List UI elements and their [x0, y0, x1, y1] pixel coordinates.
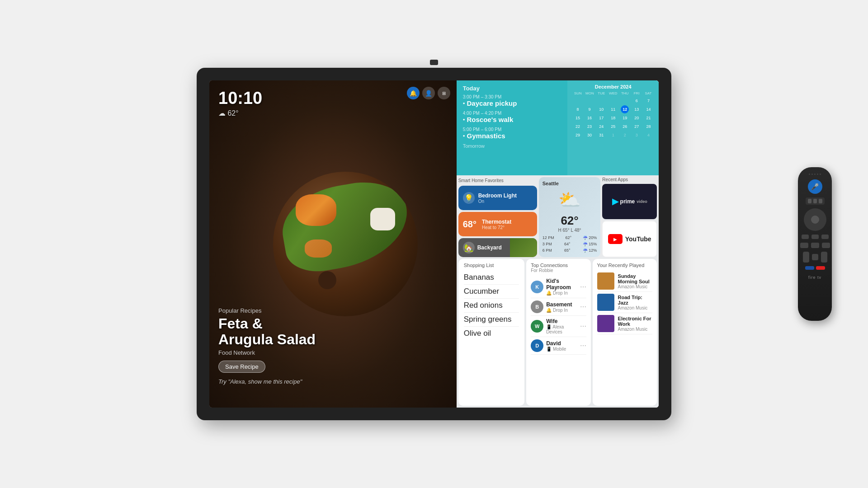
- shopping-item-spring-greens[interactable]: Spring greens: [464, 313, 519, 327]
- remote-select-button[interactable]: [811, 216, 819, 224]
- clock-time: 10:10: [218, 89, 262, 108]
- connection-info-kidsplayroom: Kid's Playroom 🔔 Drop In: [546, 278, 580, 296]
- smart-home-label: Smart Home Favorites: [458, 177, 537, 184]
- calendar-today: 12: [621, 105, 629, 113]
- thermostat-button[interactable]: 68° Thermostat Heat to 72°: [458, 212, 537, 236]
- remote-nav-ring[interactable]: [804, 208, 826, 231]
- remote-rewind-button[interactable]: [800, 243, 808, 248]
- remote-vol-row: [800, 243, 830, 248]
- remote-ff-button[interactable]: [822, 243, 830, 248]
- recipe-hint: Try "Alexa, show me this recipe": [218, 378, 316, 385]
- remote-mic-button[interactable]: 🎤: [808, 179, 822, 194]
- shopping-item-bananas[interactable]: Bananas: [464, 271, 519, 285]
- weather-temperature: 62°: [542, 214, 597, 228]
- recent-apps-panel: Recent Apps ▶ prime video ▶ YouTube: [602, 177, 657, 257]
- connection-david[interactable]: D David 📱 Mobile ⋯: [531, 337, 586, 355]
- connection-avatar-d: D: [531, 339, 543, 352]
- bedroom-light-name: Bedroom Light: [478, 192, 517, 199]
- shopping-item-red-onions[interactable]: Red onions: [464, 299, 519, 313]
- connection-info-wife: Wife 📱 Alexa Devices: [546, 318, 580, 334]
- tv-frame: 10:10 ☁ 62° 🔔 👤 ⊞ Popular Recipes Feta &…: [197, 68, 671, 420]
- played-info-2: Road Trip: Jazz Amazon Music: [618, 295, 652, 310]
- schedule-item-3: 5:00 PM – 6:00 PM ● Gymnastics: [463, 127, 561, 140]
- connections-subtitle: For Robbie: [531, 268, 586, 273]
- connections-title: Top Connections: [531, 263, 586, 268]
- remote-top-buttons: [806, 197, 825, 205]
- connection-avatar-k: K: [531, 281, 543, 293]
- save-recipe-button[interactable]: Save Recipe: [218, 361, 265, 373]
- connection-more-d[interactable]: ⋯: [580, 342, 586, 349]
- schedule-event-1: ● Daycare pickup: [463, 99, 561, 107]
- remote-play-button[interactable]: [811, 243, 819, 248]
- youtube-play-icon: ▶: [608, 234, 623, 244]
- forecast-row-1: 12 PM62°☔ 20%: [542, 235, 597, 241]
- thermostat-name: Thermostat: [482, 219, 511, 225]
- backyard-name: Backyard: [477, 244, 502, 251]
- weather-panel: Seattle ⛅ 62° H 65° L 48° 12 PM62°☔ 20%: [539, 177, 601, 257]
- thermostat-info: Thermostat Heat to 72°: [482, 219, 511, 230]
- played-item-3[interactable]: Electronic For Work Amazon Music: [597, 313, 652, 334]
- played-item-2[interactable]: Road Trip: Jazz Amazon Music: [597, 292, 652, 313]
- recipe-source: Food Network: [218, 349, 316, 356]
- remote-vol-down[interactable]: [821, 252, 827, 263]
- played-item-1[interactable]: Sunday Morning Soul Amazon Music: [597, 271, 652, 292]
- shopping-item-olive-oil[interactable]: Olive oil: [464, 327, 519, 340]
- remote-mute-button[interactable]: [812, 254, 818, 260]
- weather-display: ☁ 62°: [218, 109, 262, 117]
- youtube-text: YouTube: [625, 235, 651, 243]
- smart-home-panel: Smart Home Favorites 💡 Bedroom Light On …: [458, 177, 537, 257]
- weather-forecast: 12 PM62°☔ 20% 3 PM64°☔ 15% 6 PM65°☔ 12%: [542, 235, 597, 253]
- schedule-today-label: Today: [463, 85, 561, 92]
- schedule-event-3: ● Gymnastics: [463, 132, 561, 140]
- recipe-info: Popular Recipes Feta &Arugula Salad Food…: [218, 307, 316, 385]
- connection-wife[interactable]: W Wife 📱 Alexa Devices ⋯: [531, 316, 586, 337]
- top-icons: 🔔 👤 ⊞: [407, 87, 450, 99]
- backyard-button[interactable]: 🏡 Backyard: [458, 238, 537, 257]
- recipe-category: Popular Recipes: [218, 307, 316, 314]
- played-thumb-3: [597, 315, 614, 332]
- shopping-list-label: Shopping List: [464, 263, 519, 268]
- light-icon: 💡: [463, 192, 475, 204]
- remote-netflix-button[interactable]: [816, 266, 825, 270]
- bottom-row: Shopping List Bananas Cucumber Red onion…: [457, 259, 659, 408]
- forecast-row-2: 3 PM64°☔ 15%: [542, 241, 597, 247]
- profile-icon[interactable]: 👤: [422, 87, 435, 99]
- connection-avatar-w: W: [531, 320, 543, 333]
- shopping-item-cucumber[interactable]: Cucumber: [464, 285, 519, 299]
- recently-played-label: Your Recently Played: [597, 263, 652, 268]
- connection-more-k[interactable]: ⋯: [580, 283, 586, 291]
- schedule-panel: Today 3:00 PM – 3:30 PM ● Daycare pickup…: [457, 80, 568, 175]
- calendar-grid: 6 7 8 9 10 11 12 13 14 15 16: [572, 97, 654, 139]
- remote-back-button[interactable]: [802, 235, 809, 239]
- menu-icon[interactable]: ⊞: [438, 87, 450, 99]
- played-thumb-1: [597, 272, 614, 290]
- weather-cloud-icon: ⛅: [558, 189, 581, 211]
- thermostat-temp: 68°: [463, 219, 476, 230]
- remote-vol-up[interactable]: [803, 252, 809, 263]
- right-panel: Today 3:00 PM – 3:30 PM ● Daycare pickup…: [457, 80, 659, 408]
- connection-more-b[interactable]: ⋯: [580, 303, 586, 310]
- connection-more-w[interactable]: ⋯: [580, 323, 586, 330]
- notification-icon[interactable]: 🔔: [407, 87, 420, 99]
- schedule-tomorrow-label: Tomorrow: [463, 143, 561, 149]
- connection-avatar-b: B: [531, 300, 543, 313]
- youtube-tile[interactable]: ▶ YouTube: [602, 221, 657, 257]
- prime-video-tile[interactable]: ▶ prime video: [602, 184, 657, 219]
- remote-prime-button[interactable]: [805, 266, 814, 270]
- remote-control: 🎤 fire tv: [798, 167, 832, 321]
- shopping-list-panel: Shopping List Bananas Cucumber Red onion…: [458, 259, 524, 406]
- connection-basement[interactable]: B Basement 🔔 Drop In ⋯: [531, 298, 586, 316]
- tv-screen: 10:10 ☁ 62° 🔔 👤 ⊞ Popular Recipes Feta &…: [209, 80, 659, 408]
- weather-city: Seattle: [542, 181, 597, 186]
- recent-apps-label: Recent Apps: [602, 177, 657, 182]
- backyard-icon: 🏡: [463, 242, 475, 253]
- schedule-time-2: 4:00 PM – 4:20 PM: [463, 111, 561, 116]
- bedroom-light-button[interactable]: 💡 Bedroom Light On: [458, 186, 537, 210]
- connections-panel: Top Connections For Robbie K Kid's Playr…: [526, 259, 590, 406]
- thermostat-status: Heat to 72°: [482, 225, 511, 230]
- remote-menu-button[interactable]: [821, 235, 829, 239]
- connection-kidsplayroom[interactable]: K Kid's Playroom 🔔 Drop In ⋯: [531, 276, 586, 298]
- forecast-row-3: 6 PM65°☔ 12%: [542, 247, 597, 253]
- clock-overlay: 10:10 ☁ 62°: [218, 89, 262, 117]
- remote-home-button[interactable]: [811, 235, 819, 239]
